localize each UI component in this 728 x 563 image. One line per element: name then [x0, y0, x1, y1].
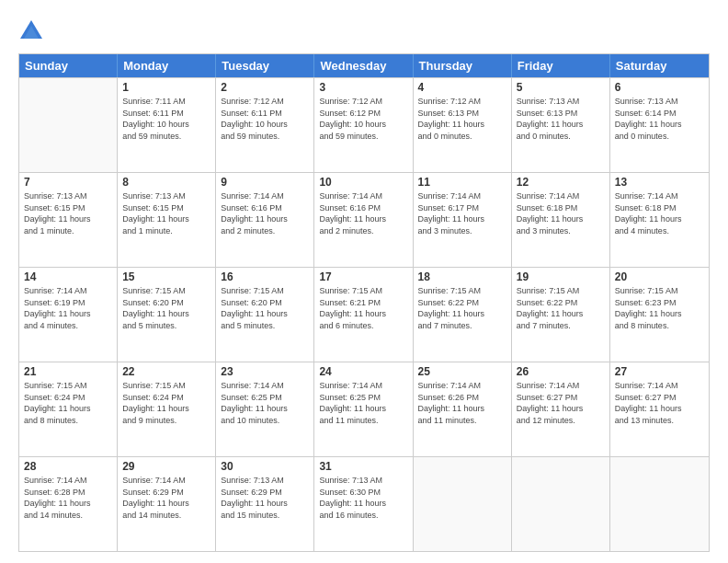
- day-info: Sunrise: 7:14 AMSunset: 6:25 PMDaylight:…: [319, 380, 407, 426]
- day-number: 9: [221, 176, 309, 189]
- day-number: 31: [319, 460, 407, 473]
- day-cell: 10Sunrise: 7:14 AMSunset: 6:16 PMDayligh…: [314, 173, 413, 267]
- calendar: SundayMondayTuesdayWednesdayThursdayFrid…: [18, 53, 710, 552]
- day-number: 22: [122, 365, 210, 378]
- day-number: 23: [221, 365, 309, 378]
- logo: [18, 18, 48, 44]
- day-cell: 7Sunrise: 7:13 AMSunset: 6:15 PMDaylight…: [19, 173, 118, 267]
- day-cell: 22Sunrise: 7:15 AMSunset: 6:24 PMDayligh…: [118, 362, 216, 456]
- day-number: 10: [319, 176, 407, 189]
- day-header: Sunday: [19, 54, 118, 77]
- day-info: Sunrise: 7:12 AMSunset: 6:12 PMDaylight:…: [319, 96, 407, 142]
- day-cell: 3Sunrise: 7:12 AMSunset: 6:12 PMDaylight…: [314, 78, 413, 172]
- day-cell: 14Sunrise: 7:14 AMSunset: 6:19 PMDayligh…: [19, 268, 118, 362]
- week-row: 28Sunrise: 7:14 AMSunset: 6:28 PMDayligh…: [19, 456, 709, 551]
- day-number: 27: [615, 365, 704, 378]
- day-cell: [610, 457, 709, 551]
- day-number: 6: [615, 81, 704, 94]
- week-row: 7Sunrise: 7:13 AMSunset: 6:15 PMDaylight…: [19, 172, 709, 267]
- day-number: 12: [517, 176, 605, 189]
- day-info: Sunrise: 7:15 AMSunset: 6:22 PMDaylight:…: [418, 285, 506, 331]
- day-number: 15: [122, 270, 210, 283]
- day-info: Sunrise: 7:12 AMSunset: 6:13 PMDaylight:…: [418, 96, 506, 142]
- day-info: Sunrise: 7:14 AMSunset: 6:27 PMDaylight:…: [615, 380, 704, 426]
- day-info: Sunrise: 7:14 AMSunset: 6:19 PMDaylight:…: [24, 285, 112, 331]
- day-info: Sunrise: 7:12 AMSunset: 6:11 PMDaylight:…: [221, 96, 309, 142]
- day-cell: 5Sunrise: 7:13 AMSunset: 6:13 PMDaylight…: [512, 78, 610, 172]
- day-info: Sunrise: 7:15 AMSunset: 6:21 PMDaylight:…: [319, 285, 407, 331]
- header: [18, 15, 710, 44]
- day-cell: 16Sunrise: 7:15 AMSunset: 6:20 PMDayligh…: [216, 268, 314, 362]
- day-header: Thursday: [414, 54, 512, 77]
- page: SundayMondayTuesdayWednesdayThursdayFrid…: [0, 0, 728, 563]
- day-info: Sunrise: 7:15 AMSunset: 6:23 PMDaylight:…: [615, 285, 704, 331]
- day-info: Sunrise: 7:14 AMSunset: 6:18 PMDaylight:…: [517, 190, 605, 236]
- day-number: 26: [517, 365, 605, 378]
- day-header: Saturday: [610, 54, 709, 77]
- day-number: 18: [418, 270, 506, 283]
- day-number: 20: [615, 270, 704, 283]
- day-header: Monday: [118, 54, 216, 77]
- day-info: Sunrise: 7:15 AMSunset: 6:20 PMDaylight:…: [221, 285, 309, 331]
- day-info: Sunrise: 7:15 AMSunset: 6:24 PMDaylight:…: [24, 380, 112, 426]
- day-cell: 29Sunrise: 7:14 AMSunset: 6:29 PMDayligh…: [118, 457, 216, 551]
- day-cell: 19Sunrise: 7:15 AMSunset: 6:22 PMDayligh…: [512, 268, 610, 362]
- day-number: 21: [24, 365, 112, 378]
- day-cell: 26Sunrise: 7:14 AMSunset: 6:27 PMDayligh…: [512, 362, 610, 456]
- day-number: 25: [418, 365, 506, 378]
- day-cell: 9Sunrise: 7:14 AMSunset: 6:16 PMDaylight…: [216, 173, 314, 267]
- day-number: 19: [517, 270, 605, 283]
- day-number: 2: [221, 81, 309, 94]
- day-info: Sunrise: 7:14 AMSunset: 6:18 PMDaylight:…: [615, 190, 704, 236]
- day-cell: 2Sunrise: 7:12 AMSunset: 6:11 PMDaylight…: [216, 78, 314, 172]
- day-cell: 17Sunrise: 7:15 AMSunset: 6:21 PMDayligh…: [314, 268, 413, 362]
- day-number: 14: [24, 270, 112, 283]
- day-cell: 24Sunrise: 7:14 AMSunset: 6:25 PMDayligh…: [314, 362, 413, 456]
- week-row: 1Sunrise: 7:11 AMSunset: 6:11 PMDaylight…: [19, 77, 709, 172]
- day-cell: 25Sunrise: 7:14 AMSunset: 6:26 PMDayligh…: [414, 362, 512, 456]
- day-cell: 11Sunrise: 7:14 AMSunset: 6:17 PMDayligh…: [414, 173, 512, 267]
- day-info: Sunrise: 7:11 AMSunset: 6:11 PMDaylight:…: [122, 96, 210, 142]
- day-cell: [512, 457, 610, 551]
- day-number: 8: [122, 176, 210, 189]
- day-cell: 4Sunrise: 7:12 AMSunset: 6:13 PMDaylight…: [414, 78, 512, 172]
- day-cell: 23Sunrise: 7:14 AMSunset: 6:25 PMDayligh…: [216, 362, 314, 456]
- day-number: 5: [517, 81, 605, 94]
- day-number: 30: [221, 460, 309, 473]
- day-number: 28: [24, 460, 112, 473]
- week-row: 14Sunrise: 7:14 AMSunset: 6:19 PMDayligh…: [19, 267, 709, 362]
- day-number: 1: [122, 81, 210, 94]
- logo-icon: [18, 18, 44, 44]
- day-info: Sunrise: 7:15 AMSunset: 6:20 PMDaylight:…: [122, 285, 210, 331]
- day-info: Sunrise: 7:14 AMSunset: 6:17 PMDaylight:…: [418, 190, 506, 236]
- day-header: Tuesday: [216, 54, 314, 77]
- day-info: Sunrise: 7:13 AMSunset: 6:14 PMDaylight:…: [615, 96, 704, 142]
- day-cell: 28Sunrise: 7:14 AMSunset: 6:28 PMDayligh…: [19, 457, 118, 551]
- day-cell: 8Sunrise: 7:13 AMSunset: 6:15 PMDaylight…: [118, 173, 216, 267]
- day-number: 13: [615, 176, 704, 189]
- day-info: Sunrise: 7:14 AMSunset: 6:16 PMDaylight:…: [319, 190, 407, 236]
- day-number: 24: [319, 365, 407, 378]
- day-info: Sunrise: 7:13 AMSunset: 6:30 PMDaylight:…: [319, 475, 407, 521]
- day-cell: 15Sunrise: 7:15 AMSunset: 6:20 PMDayligh…: [118, 268, 216, 362]
- day-cell: 27Sunrise: 7:14 AMSunset: 6:27 PMDayligh…: [610, 362, 709, 456]
- day-number: 17: [319, 270, 407, 283]
- day-cell: 31Sunrise: 7:13 AMSunset: 6:30 PMDayligh…: [314, 457, 413, 551]
- day-cell: 12Sunrise: 7:14 AMSunset: 6:18 PMDayligh…: [512, 173, 610, 267]
- day-cell: 1Sunrise: 7:11 AMSunset: 6:11 PMDaylight…: [118, 78, 216, 172]
- day-header: Wednesday: [314, 54, 413, 77]
- day-info: Sunrise: 7:13 AMSunset: 6:15 PMDaylight:…: [122, 190, 210, 236]
- day-cell: 20Sunrise: 7:15 AMSunset: 6:23 PMDayligh…: [610, 268, 709, 362]
- day-cell: 18Sunrise: 7:15 AMSunset: 6:22 PMDayligh…: [414, 268, 512, 362]
- day-header: Friday: [512, 54, 610, 77]
- day-number: 29: [122, 460, 210, 473]
- day-info: Sunrise: 7:13 AMSunset: 6:13 PMDaylight:…: [517, 96, 605, 142]
- day-cell: 21Sunrise: 7:15 AMSunset: 6:24 PMDayligh…: [19, 362, 118, 456]
- day-info: Sunrise: 7:13 AMSunset: 6:15 PMDaylight:…: [24, 190, 112, 236]
- day-cell: 6Sunrise: 7:13 AMSunset: 6:14 PMDaylight…: [610, 78, 709, 172]
- day-number: 4: [418, 81, 506, 94]
- day-info: Sunrise: 7:13 AMSunset: 6:29 PMDaylight:…: [221, 475, 309, 521]
- day-info: Sunrise: 7:15 AMSunset: 6:22 PMDaylight:…: [517, 285, 605, 331]
- day-number: 11: [418, 176, 506, 189]
- day-info: Sunrise: 7:14 AMSunset: 6:29 PMDaylight:…: [122, 475, 210, 521]
